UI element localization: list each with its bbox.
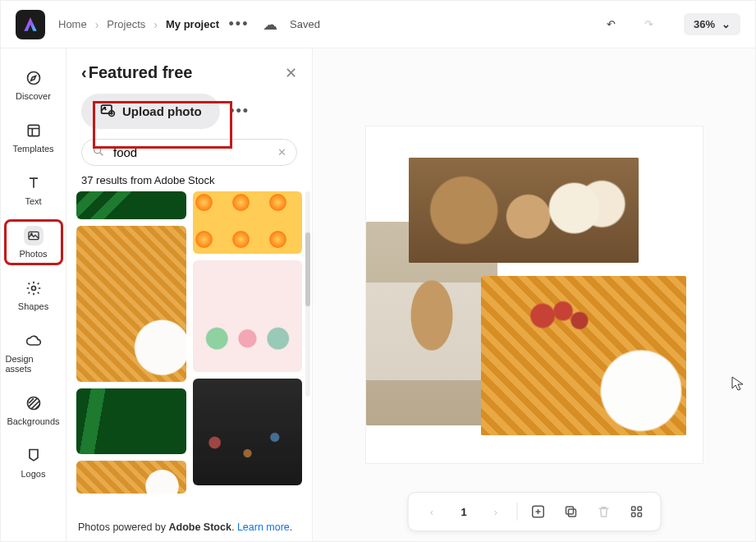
prev-page-button[interactable]: ‹ bbox=[419, 499, 444, 524]
page-number: 1 bbox=[452, 506, 475, 518]
nav-photos[interactable]: Photos bbox=[6, 221, 62, 264]
more-horizontal-icon: ••• bbox=[229, 16, 250, 33]
nav-label: Shapes bbox=[18, 301, 48, 311]
svg-rect-18 bbox=[638, 513, 642, 517]
stock-photo-thumb[interactable] bbox=[193, 191, 303, 254]
duplicate-page-button[interactable] bbox=[558, 499, 583, 524]
svg-rect-1 bbox=[28, 125, 39, 136]
nav-backgrounds[interactable]: Backgrounds bbox=[6, 388, 62, 431]
svg-point-7 bbox=[104, 108, 106, 109]
footer-text: Photos powered by bbox=[78, 521, 169, 533]
search-field[interactable]: ✕ bbox=[81, 139, 297, 166]
badge-icon bbox=[24, 446, 44, 466]
chevron-right-icon: › bbox=[153, 18, 158, 31]
nav-label: Templates bbox=[12, 144, 53, 154]
page-toolbar: ‹ 1 › bbox=[407, 492, 661, 531]
save-status: ☁ bbox=[259, 13, 282, 36]
panel-title-text: Featured free bbox=[89, 63, 193, 82]
nav-label: Text bbox=[25, 196, 41, 206]
svg-point-9 bbox=[94, 147, 101, 154]
compass-icon bbox=[24, 68, 44, 88]
stock-photo-thumb[interactable] bbox=[193, 379, 303, 485]
upload-photo-button[interactable]: Upload photo bbox=[81, 94, 220, 129]
svg-rect-15 bbox=[631, 507, 635, 511]
stock-photo-thumb[interactable] bbox=[193, 260, 303, 372]
canvas-image-waffle[interactable] bbox=[481, 276, 686, 435]
svg-point-4 bbox=[31, 287, 35, 291]
nav-design-assets[interactable]: Design assets bbox=[6, 326, 62, 379]
stock-photo-thumb[interactable] bbox=[76, 191, 186, 219]
app-logo[interactable] bbox=[16, 10, 45, 39]
canvas-area: ‹ 1 › bbox=[313, 48, 755, 541]
back-button[interactable]: ‹ bbox=[81, 63, 87, 82]
left-nav: Discover Templates Text Photos Shapes De… bbox=[1, 48, 66, 541]
template-icon bbox=[24, 121, 44, 140]
zoom-value: 36% bbox=[694, 18, 715, 30]
divider bbox=[516, 503, 517, 521]
artboard[interactable] bbox=[366, 126, 703, 463]
stock-photo-thumb[interactable] bbox=[76, 388, 186, 454]
footer-brand: Adobe Stock bbox=[169, 521, 231, 533]
chevron-right-icon: › bbox=[95, 18, 99, 31]
undo-button[interactable]: ↶ bbox=[600, 13, 623, 36]
chevron-right-icon: › bbox=[494, 506, 497, 518]
upload-photo-icon bbox=[99, 102, 116, 121]
upload-photo-label: Upload photo bbox=[122, 104, 202, 118]
nav-text[interactable]: Text bbox=[6, 168, 62, 211]
nav-shapes[interactable]: Shapes bbox=[6, 273, 62, 316]
stock-photo-thumb[interactable] bbox=[76, 226, 186, 382]
panel-scrollbar[interactable] bbox=[305, 191, 310, 397]
photo-results bbox=[66, 191, 312, 513]
panel-footer: Photos powered by Adobe Stock. Learn mor… bbox=[66, 513, 312, 541]
learn-more-link[interactable]: Learn more bbox=[237, 521, 290, 533]
breadcrumb: Home › Projects › My project bbox=[58, 18, 219, 31]
breadcrumb-current[interactable]: My project bbox=[166, 18, 219, 30]
svg-rect-13 bbox=[566, 507, 573, 514]
redo-icon: ↷ bbox=[644, 18, 653, 30]
text-icon bbox=[24, 173, 44, 193]
grid-view-button[interactable] bbox=[624, 499, 648, 524]
stock-photo-thumb[interactable] bbox=[76, 461, 186, 494]
cloud-outline-icon bbox=[24, 331, 44, 351]
nav-templates[interactable]: Templates bbox=[6, 116, 62, 158]
chevron-left-icon: ‹ bbox=[430, 506, 433, 518]
chevron-down-icon: ⌄ bbox=[722, 18, 731, 30]
hatch-icon bbox=[24, 393, 44, 413]
clear-search-button[interactable]: ✕ bbox=[277, 146, 286, 158]
more-horizontal-icon: ••• bbox=[229, 103, 250, 120]
delete-page-button[interactable] bbox=[591, 499, 616, 524]
add-page-button[interactable] bbox=[525, 499, 550, 524]
canvas-image-dimsum[interactable] bbox=[409, 158, 639, 263]
nav-discover[interactable]: Discover bbox=[6, 63, 62, 106]
results-count: 37 results from Adobe Stock bbox=[66, 174, 312, 191]
undo-icon: ↶ bbox=[607, 18, 616, 30]
project-more-button[interactable]: ••• bbox=[227, 13, 250, 36]
breadcrumb-projects[interactable]: Projects bbox=[107, 18, 145, 30]
nav-label: Discover bbox=[16, 91, 51, 101]
cloud-icon: ☁ bbox=[263, 16, 277, 34]
svg-rect-16 bbox=[638, 507, 642, 511]
nav-logos[interactable]: Logos bbox=[6, 441, 62, 484]
save-status-label: Saved bbox=[290, 18, 320, 30]
nav-label: Backgrounds bbox=[7, 416, 59, 426]
photos-panel: ‹ Featured free ✕ Upload photo ••• ✕ bbox=[66, 48, 313, 541]
svg-point-0 bbox=[27, 72, 39, 85]
photo-icon bbox=[24, 226, 44, 246]
nav-label: Logos bbox=[21, 469, 46, 479]
next-page-button[interactable]: › bbox=[483, 499, 508, 524]
search-icon bbox=[92, 145, 105, 160]
close-panel-button[interactable]: ✕ bbox=[285, 64, 297, 82]
svg-rect-17 bbox=[631, 513, 635, 517]
upload-more-button[interactable]: ••• bbox=[228, 100, 251, 123]
svg-rect-14 bbox=[568, 509, 575, 517]
redo-button[interactable]: ↷ bbox=[638, 13, 661, 36]
panel-title: ‹ Featured free bbox=[81, 63, 280, 82]
search-input[interactable] bbox=[112, 145, 271, 160]
breadcrumb-home[interactable]: Home bbox=[58, 18, 87, 30]
svg-point-3 bbox=[30, 233, 32, 235]
zoom-dropdown[interactable]: 36% ⌄ bbox=[684, 13, 740, 35]
nav-label: Design assets bbox=[6, 354, 62, 374]
top-bar: Home › Projects › My project ••• ☁ Saved… bbox=[1, 1, 755, 48]
nav-label: Photos bbox=[19, 249, 47, 259]
gear-outline-icon bbox=[24, 278, 44, 298]
